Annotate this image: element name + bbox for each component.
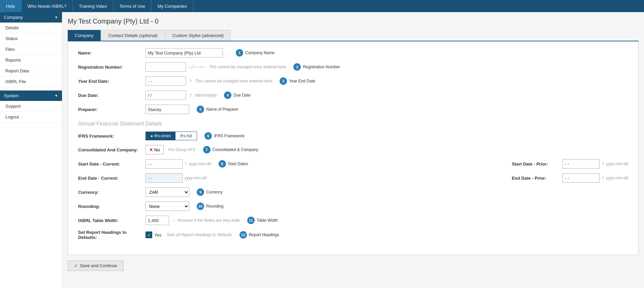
registration-row: Registration Number: ---/------/-- This … — [78, 62, 628, 72]
due-date-input[interactable] — [146, 91, 186, 100]
name-input[interactable] — [146, 48, 223, 58]
registration-hint: This cannot be changed once entered here — [209, 65, 286, 69]
consolidated-label: Consolidated And Company: — [78, 147, 146, 152]
ifrs-label: IFRS Framework: — [78, 134, 146, 139]
callout-label-4: Due Date — [233, 93, 251, 98]
preparer-input[interactable] — [146, 105, 189, 114]
sidebar-item-logout[interactable]: Logout — [0, 112, 62, 122]
consolidated-control: ✕ No For Group AFS 7 Consolidated & Comp… — [146, 145, 628, 154]
registration-format: ---/------/-- — [188, 65, 205, 69]
save-and-continue-button[interactable]: ✓ Save and Continue — [68, 260, 124, 271]
ifrs-full-button[interactable]: ifrs-full — [175, 132, 197, 140]
tab-custom-styles[interactable]: Custom Styles (advanced) — [165, 30, 231, 41]
due-date-hint: dd/mm/yyyy — [195, 93, 217, 98]
rounding-label: Rounding: — [78, 204, 146, 209]
callout-badge-5: 5 — [197, 106, 204, 113]
end-current-label: End Date - Current: — [78, 176, 146, 181]
help-button[interactable]: Help — [0, 0, 22, 12]
system-header-arrow: ▼ — [55, 94, 58, 98]
sidebar: Company ▼ Details Status Files Reports R… — [0, 12, 62, 288]
sidebar-item-details[interactable]: Details — [0, 23, 62, 33]
preparer-row: Preparer: 5 Name of Preparer — [78, 105, 628, 114]
callout-badge-11: 11 — [247, 217, 255, 224]
ifrs-toggle-group: ●ifrs-smes ifrs-full — [146, 132, 197, 140]
callout-badge-6: 6 — [204, 132, 212, 140]
callout-badge-10: 10 — [197, 203, 204, 210]
callout-label-2: Registration Number — [303, 65, 340, 69]
sidebar-item-support[interactable]: Support — [0, 101, 62, 112]
year-end-input[interactable] — [146, 76, 186, 86]
start-prior-hint: yyyy-mm-dd — [606, 161, 628, 166]
ixbrl-width-row: IXBRL Table Width: – Increase if the Not… — [78, 216, 628, 225]
sidebar-item-ixbrl-file[interactable]: iXBRL File — [0, 76, 62, 87]
end-current-input[interactable] — [146, 173, 183, 183]
callout-label-11: Table Width — [257, 218, 278, 223]
preparer-label: Preparer: — [78, 107, 146, 112]
callout-badge-2: 2 — [293, 63, 301, 71]
year-end-row: Year End Date: ? This cannot be changed … — [78, 76, 628, 86]
who-needs-ixbrl-button[interactable]: Who Needs iXBRL? — [22, 0, 73, 12]
rounding-control: None Thousands Millions 10 Rounding — [146, 202, 628, 211]
report-headings-control: ✓ Yes Sets all Report Headings to Defaul… — [146, 231, 628, 239]
ifrs-control: ●ifrs-smes ifrs-full 6 IFRS Framework — [146, 132, 628, 140]
callout-label-5: Name of Preparer — [206, 107, 238, 112]
end-prior-label: End Date - Prior: — [512, 176, 560, 181]
callout-label-7: Consolidated & Company — [213, 147, 258, 152]
registration-label: Registration Number: — [78, 65, 146, 70]
tab-contact-details[interactable]: Contact Details (optional) — [101, 30, 165, 41]
check-icon: ✓ — [147, 232, 151, 238]
currency-select[interactable]: ZAR USD EUR GBP — [146, 187, 189, 197]
tab-company[interactable]: Company — [68, 30, 101, 41]
year-end-label: Year End Date: — [78, 79, 146, 84]
ifrs-smes-button[interactable]: ●ifrs-smes — [146, 132, 175, 140]
consolidated-no-button[interactable]: ✕ No — [146, 145, 164, 154]
my-companies-button[interactable]: My Companies — [152, 0, 193, 12]
end-prior-hint: yyyy-mm-dd — [606, 176, 628, 180]
report-headings-label: Set Report Headings to Defaults: — [78, 230, 146, 240]
x-icon: ✕ — [149, 147, 153, 152]
start-current-input[interactable] — [146, 159, 183, 169]
callout-label-6: IFRS Framework — [214, 134, 245, 138]
annual-section-heading: Annual Financial Statement Details — [78, 121, 628, 127]
sidebar-item-report-data[interactable]: Report Data — [0, 66, 62, 76]
start-prior-input[interactable] — [562, 159, 600, 169]
sidebar-item-status[interactable]: Status — [0, 33, 62, 44]
system-header-label: System — [4, 93, 19, 98]
end-prior-input[interactable] — [562, 173, 600, 183]
save-label: Save and Continue — [80, 263, 117, 268]
callout-label-9: Currency — [206, 190, 223, 194]
currency-row: Currency: ZAR USD EUR GBP 9 Currency — [78, 187, 628, 197]
sidebar-item-reports[interactable]: Reports — [0, 55, 62, 66]
end-date-row: End Date - Current: yyyy-mm-dd End Date … — [78, 173, 628, 183]
registration-input[interactable] — [146, 62, 186, 72]
callout-badge-9: 9 — [197, 188, 204, 196]
start-prior-label: Start Date - Prior: — [512, 161, 560, 167]
callout-label-1: Company Name — [245, 50, 275, 55]
callout-badge-4: 4 — [224, 92, 231, 99]
yes-label: Yes — [154, 232, 161, 238]
consolidated-hint: For Group AFS — [168, 147, 196, 152]
terms-of-use-button[interactable]: Terms of Use — [114, 0, 152, 12]
ixbrl-width-input[interactable] — [146, 216, 169, 225]
rounding-select[interactable]: None Thousands Millions — [146, 202, 189, 211]
currency-label: Currency: — [78, 190, 146, 195]
report-headings-hint: Sets all Report Headings to Defaults — [167, 232, 232, 237]
due-date-row: Due Date: ? dd/mm/yyyy 4 Due Date — [78, 91, 628, 100]
callout-label-8: Start Dates — [228, 161, 248, 166]
report-headings-checkbox-group: ✓ Yes — [146, 231, 161, 238]
sidebar-item-files[interactable]: Files — [0, 44, 62, 55]
training-video-button[interactable]: Training Video — [73, 0, 113, 12]
ixbrl-width-label: IXBRL Table Width: — [78, 218, 146, 223]
report-headings-checkbox[interactable]: ✓ — [146, 231, 152, 238]
start-current-label: Start Date - Current: — [78, 161, 146, 167]
callout-badge-12: 12 — [239, 231, 247, 239]
top-navigation: Help Who Needs iXBRL? Training Video Ter… — [0, 0, 644, 12]
company-form-panel: Name: 1 Company Name Registration Number… — [68, 41, 639, 255]
currency-control: ZAR USD EUR GBP 9 Currency — [146, 187, 628, 197]
callout-badge-1: 1 — [236, 49, 243, 57]
company-sidebar-header[interactable]: Company ▼ — [0, 12, 62, 23]
system-sidebar-header[interactable]: System ▼ — [0, 91, 62, 101]
ixbrl-width-hint: Increase if the Notes are very wide — [178, 218, 240, 223]
callout-badge-3: 3 — [280, 77, 287, 85]
report-headings-row: Set Report Headings to Defaults: ✓ Yes S… — [78, 230, 628, 240]
